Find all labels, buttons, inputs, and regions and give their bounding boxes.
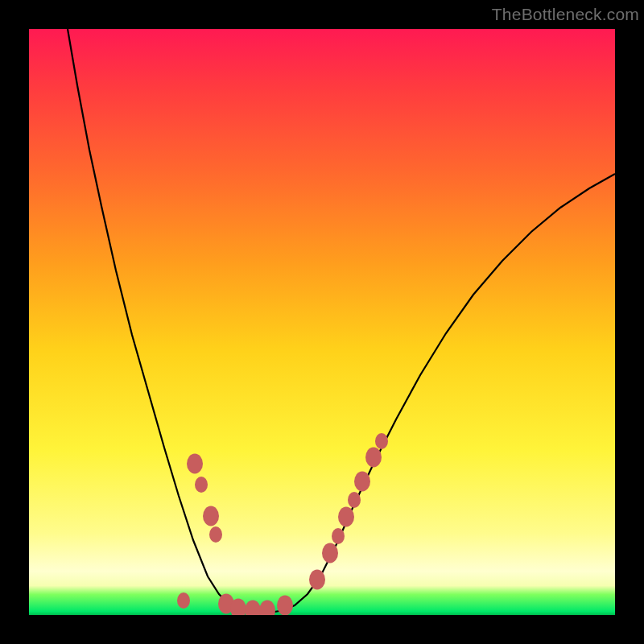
curve-marker bbox=[322, 543, 338, 564]
curve-marker bbox=[187, 454, 203, 474]
curve-marker bbox=[177, 592, 190, 609]
curve-marker bbox=[203, 506, 219, 526]
chart-svg bbox=[29, 29, 615, 615]
plot-area bbox=[29, 29, 615, 615]
watermark-text: TheBottleneck.com bbox=[492, 5, 639, 24]
curve-marker bbox=[338, 507, 354, 527]
curve-marker bbox=[354, 472, 370, 492]
curve-marker bbox=[195, 477, 208, 493]
curve-marker bbox=[365, 448, 382, 468]
curve-marker bbox=[277, 596, 293, 616]
curve-marker bbox=[245, 601, 261, 616]
curve-marker bbox=[309, 570, 325, 590]
curve-marker bbox=[375, 433, 388, 449]
curve-marker bbox=[348, 492, 361, 508]
curve-markers bbox=[177, 433, 388, 615]
curve-marker bbox=[209, 526, 222, 543]
curve-marker bbox=[332, 528, 345, 544]
figure-root: TheBottleneck.com bbox=[0, 0, 644, 644]
bottleneck-curve bbox=[68, 29, 615, 613]
curve-marker bbox=[259, 601, 275, 616]
